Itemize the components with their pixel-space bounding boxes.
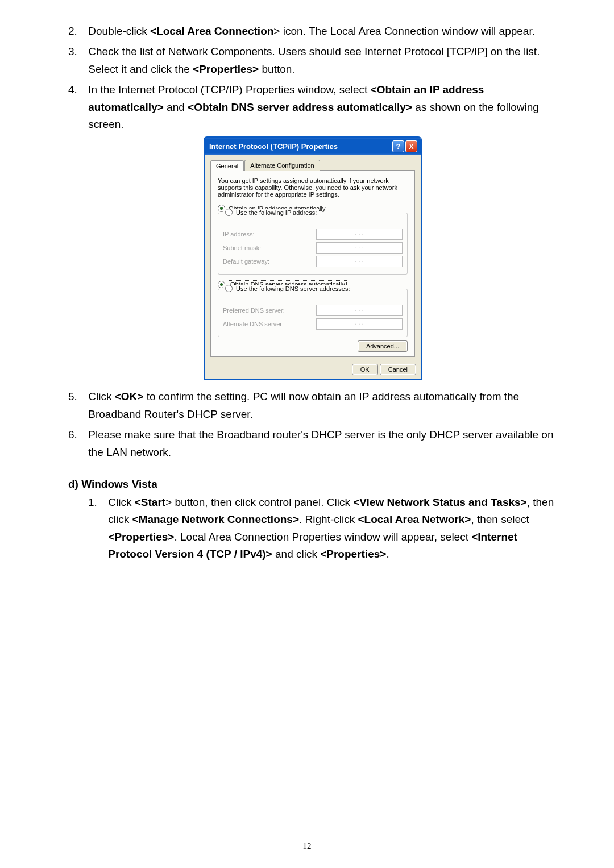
tab-row: General Alternate Configuration	[210, 160, 415, 171]
radio-dot-icon	[225, 285, 233, 292]
pref-dns-label: Preferred DNS server:	[223, 307, 316, 314]
dialog-screenshot: Internet Protocol (TCP/IP) Properties ? …	[68, 136, 557, 380]
radio-use-dns[interactable]: Use the following DNS server addresses:	[223, 285, 352, 292]
dialog-body: General Alternate Configuration You can …	[205, 155, 421, 363]
dialog-footer: OK Cancel	[205, 363, 421, 379]
ip-group: Use the following IP address: IP address…	[218, 213, 408, 275]
step-num: 1.	[88, 494, 105, 511]
tcp-ip-properties-dialog: Internet Protocol (TCP/IP) Properties ? …	[204, 136, 422, 380]
alt-dns-label: Alternate DNS server:	[223, 321, 316, 327]
advanced-row: Advanced...	[218, 343, 408, 350]
step-body: Please make sure that the Broadband rout…	[88, 426, 554, 461]
pref-dns-field[interactable]: . . .	[316, 305, 403, 316]
section-d-header: d) Windows Vista	[68, 478, 557, 491]
dialog-titlebar: Internet Protocol (TCP/IP) Properties ? …	[205, 138, 421, 155]
ip-address-row: IP address: . . .	[223, 229, 403, 240]
subnet-label: Subnet mask:	[223, 244, 316, 251]
help-icon[interactable]: ?	[392, 140, 404, 152]
step-body: Click <OK> to confirm the setting. PC wi…	[88, 388, 554, 423]
subnet-row: Subnet mask: . . .	[223, 242, 403, 254]
step-body: Double-click <Local Area Connection> ico…	[88, 23, 554, 40]
dialog-title: Internet Protocol (TCP/IP) Properties	[209, 142, 391, 151]
pref-dns-row: Preferred DNS server: . . .	[223, 305, 403, 316]
ip-address-field[interactable]: . . .	[316, 229, 403, 240]
step-num: 6.	[68, 426, 85, 443]
close-icon[interactable]: X	[405, 140, 417, 152]
step-body: In the Internet Protocol (TCP/IP) Proper…	[88, 81, 554, 133]
step-4: 4. In the Internet Protocol (TCP/IP) Pro…	[68, 81, 557, 133]
alt-dns-field[interactable]: . . .	[316, 318, 403, 330]
step-num: 3.	[68, 43, 85, 60]
subnet-field[interactable]: . . .	[316, 242, 403, 254]
step-3: 3. Check the list of Network Components.…	[68, 43, 557, 78]
ok-button[interactable]: OK	[352, 364, 378, 375]
advanced-button[interactable]: Advanced...	[358, 340, 408, 352]
step-num: 4.	[68, 81, 85, 98]
tab-alternate[interactable]: Alternate Configuration	[244, 160, 320, 171]
vista-step-1: 1. Click <Start> button, then click cont…	[88, 494, 557, 563]
cancel-button[interactable]: Cancel	[380, 364, 416, 375]
step-num: 2.	[68, 23, 85, 40]
alt-dns-row: Alternate DNS server: . . .	[223, 318, 403, 330]
tab-panel-general: You can get IP settings assigned automat…	[210, 170, 415, 357]
gateway-field[interactable]: . . .	[316, 256, 403, 267]
page-number: 12	[303, 841, 312, 851]
gateway-row: Default gateway: . . .	[223, 256, 403, 267]
step-5: 5. Click <OK> to confirm the setting. PC…	[68, 388, 557, 423]
step-body: Click <Start> button, then click control…	[108, 494, 554, 563]
radio-use-ip[interactable]: Use the following IP address:	[223, 209, 319, 216]
intro-text: You can get IP settings assigned automat…	[218, 177, 408, 198]
radio-dot-icon	[225, 209, 233, 216]
tab-general[interactable]: General	[210, 160, 244, 171]
gateway-label: Default gateway:	[223, 258, 316, 265]
dns-group: Use the following DNS server addresses: …	[218, 289, 408, 337]
step-2: 2. Double-click <Local Area Connection> …	[68, 23, 557, 40]
ip-address-label: IP address:	[223, 231, 316, 238]
step-num: 5.	[68, 388, 85, 405]
step-body: Check the list of Network Components. Us…	[88, 43, 554, 78]
step-6: 6. Please make sure that the Broadband r…	[68, 426, 557, 461]
